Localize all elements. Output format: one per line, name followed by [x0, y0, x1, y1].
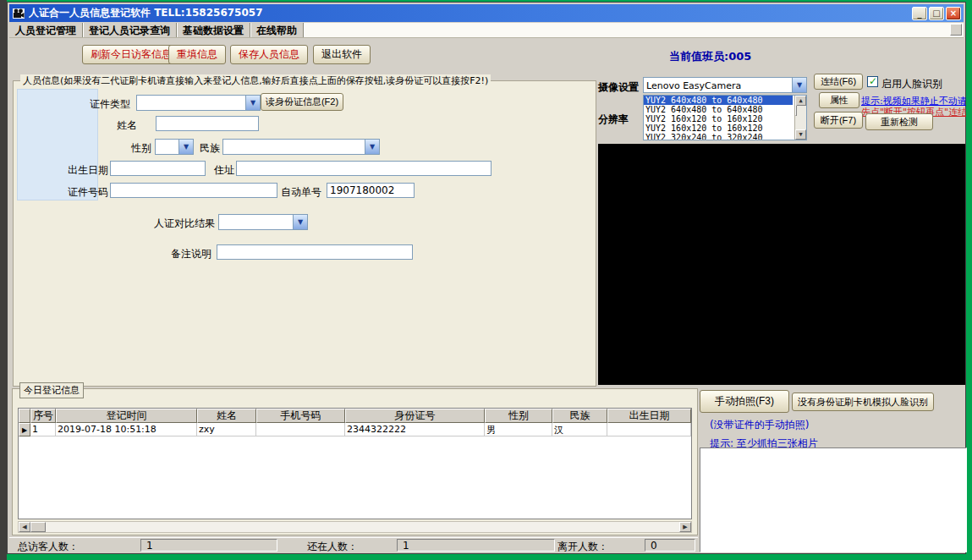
- name-input[interactable]: [156, 116, 259, 131]
- auto-number-input[interactable]: [327, 183, 415, 198]
- scrollbar-thumb[interactable]: [795, 105, 797, 116]
- redetect-button[interactable]: 重新检测: [865, 113, 933, 130]
- resolution-scrollbar[interactable]: ▲ ▼: [794, 96, 806, 140]
- manual-capture-button[interactable]: 手动拍照(F3): [700, 390, 789, 413]
- status-bar: 总访客人数： 1 还在人数： 1 离开人数： 0: [9, 537, 698, 552]
- cell-seq: 1: [30, 423, 56, 436]
- name-label: 姓名: [117, 118, 137, 133]
- cert-type-select[interactable]: [136, 95, 261, 111]
- close-button[interactable]: ×: [946, 7, 961, 20]
- camera-device-value: Lenovo EasyCamera: [646, 80, 741, 91]
- resolution-option[interactable]: YUY2 160x120 to 160x120: [644, 124, 793, 133]
- chevron-down-icon[interactable]: [365, 140, 379, 154]
- resolution-option[interactable]: YUY2 160x120 to 160x120: [644, 114, 793, 124]
- cell-idnumber: 2344322222: [345, 423, 485, 436]
- scroll-down-icon[interactable]: ▼: [795, 129, 806, 140]
- manual-capture-note: (没带证件的手动拍照): [710, 418, 809, 432]
- total-visitors-label: 总访客人数：: [18, 540, 79, 554]
- compare-result-label: 人证对比结果: [154, 217, 215, 231]
- video-camera-app-icon: [12, 8, 25, 19]
- save-person-info-button[interactable]: 保存人员信息: [230, 45, 308, 64]
- row-selector-header: [19, 409, 30, 423]
- resolution-label: 分辨率: [598, 113, 629, 127]
- total-visitors-value: 1: [140, 539, 277, 552]
- column-header-idnumber[interactable]: 身份证号: [345, 409, 485, 423]
- compare-result-select[interactable]: [218, 214, 308, 230]
- cell-birthdate: [607, 423, 691, 436]
- camera-device-select[interactable]: Lenovo EasyCamera: [643, 77, 807, 93]
- cert-number-label: 证件号码: [68, 185, 108, 200]
- menu-bar: 人员登记管理 登记人员记录查询 基础数据设置 在线帮助: [9, 23, 964, 38]
- tab-person-registration[interactable]: 人员登记管理: [9, 23, 83, 37]
- gender-select[interactable]: [155, 139, 194, 155]
- column-header-birthdate[interactable]: 出生日期: [607, 409, 691, 423]
- captured-photo-panel: [700, 447, 967, 552]
- table-header-row: 序号 登记时间 姓名 手机号码 身份证号 性别 民族 出生日期: [19, 409, 691, 423]
- camera-settings-label: 摄像设置: [598, 80, 639, 95]
- menu-items: 人员登记管理 登记人员记录查询 基础数据设置 在线帮助: [9, 23, 304, 37]
- table-horizontal-scrollbar[interactable]: ◀ ▶: [18, 521, 692, 533]
- resolution-option[interactable]: YUY2 320x240 to 320x240: [644, 133, 793, 140]
- tab-online-help[interactable]: 在线帮助: [250, 23, 304, 37]
- read-id-card-button[interactable]: 读身份证信息(F2): [261, 93, 343, 111]
- exit-software-button[interactable]: 退出软件: [313, 45, 371, 64]
- resolution-option-selected[interactable]: YUY2 640x480 to 640x480: [644, 96, 793, 105]
- remaining-visitors-label: 还在人数：: [307, 540, 358, 554]
- cell-phone: [256, 423, 345, 436]
- today-registration-group-title: 今日登记信息: [19, 382, 84, 398]
- column-header-time[interactable]: 登记时间: [56, 409, 197, 423]
- tab-record-query[interactable]: 登记人员记录查询: [83, 23, 177, 37]
- cell-ethnic: 汉: [552, 423, 607, 436]
- table-row[interactable]: ▶ 1 2019-07-18 10:51:18 zxy 2344322222 男…: [19, 423, 691, 436]
- remaining-visitors-value: 1: [397, 539, 555, 552]
- chevron-down-icon[interactable]: [178, 140, 193, 154]
- properties-button[interactable]: 属性: [819, 92, 859, 108]
- address-input[interactable]: [236, 161, 491, 176]
- connect-button[interactable]: 连结(F6): [814, 74, 863, 90]
- column-header-name[interactable]: 姓名: [197, 409, 256, 423]
- cert-number-input[interactable]: [110, 183, 277, 198]
- simulate-face-recognition-button[interactable]: 没有身份证刷卡机模拟人脸识别: [792, 393, 934, 411]
- remark-input[interactable]: [217, 244, 413, 260]
- scrollbar-thumb[interactable]: [30, 522, 46, 532]
- ethnic-select[interactable]: [222, 139, 380, 155]
- app-window: 人证合一人员信息登记软件 TELL:15825675057 _ □ × 人员登记…: [7, 2, 966, 554]
- maximize-button[interactable]: □: [929, 7, 944, 20]
- minimize-button[interactable]: _: [912, 7, 927, 20]
- resolution-listbox[interactable]: YUY2 640x480 to 640x480 YUY2 640x480 to …: [643, 95, 807, 140]
- scroll-left-icon[interactable]: ◀: [19, 522, 30, 532]
- background-window-edge: [0, 0, 7, 560]
- scroll-right-icon[interactable]: ▶: [679, 522, 691, 532]
- address-label: 住址: [214, 163, 234, 178]
- column-header-phone[interactable]: 手机号码: [256, 409, 345, 423]
- left-visitors-value: 0: [645, 539, 695, 552]
- column-header-seq[interactable]: 序号: [30, 409, 56, 423]
- title-bar[interactable]: 人证合一人员信息登记软件 TELL:15825675057 _ □ ×: [9, 4, 964, 22]
- left-visitors-label: 离开人数：: [557, 540, 608, 554]
- refresh-today-visitors-button[interactable]: 刷新今日访客信息: [82, 45, 180, 64]
- refill-info-button[interactable]: 重填信息: [168, 45, 226, 64]
- birth-date-input[interactable]: [110, 161, 206, 176]
- face-recognition-checkbox[interactable]: [867, 76, 878, 87]
- gender-label: 性别: [131, 141, 151, 156]
- cell-name: zxy: [197, 423, 256, 436]
- birth-date-label: 出生日期: [68, 163, 108, 178]
- column-header-ethnic[interactable]: 民族: [552, 409, 607, 423]
- window-title: 人证合一人员信息登记软件 TELL:15825675057: [29, 6, 910, 20]
- resolution-option[interactable]: YUY2 640x480 to 640x480: [644, 105, 793, 114]
- chevron-down-icon[interactable]: [293, 215, 307, 229]
- current-operator-label: 当前值班员:005: [669, 49, 751, 64]
- chevron-down-icon[interactable]: [792, 78, 806, 92]
- registration-table: 序号 登记时间 姓名 手机号码 身份证号 性别 民族 出生日期 ▶ 1 2019…: [18, 408, 692, 519]
- chevron-down-icon[interactable]: [245, 96, 260, 110]
- person-info-group: 人员信息(如果没有二代证刷卡机请直接输入来登记人信息,输好后直接点上面的保存按钮…: [13, 80, 596, 387]
- auto-number-label: 自动单号: [281, 185, 321, 200]
- scrollbar-track[interactable]: [46, 522, 679, 532]
- column-header-gender[interactable]: 性别: [485, 409, 552, 423]
- cell-gender: 男: [485, 423, 552, 436]
- tab-base-data-settings[interactable]: 基础数据设置: [177, 23, 250, 37]
- disconnect-button[interactable]: 断开(F7): [814, 112, 863, 129]
- person-info-group-title: 人员信息(如果没有二代证刷卡机请直接输入来登记人信息,输好后直接点上面的保存按钮…: [20, 74, 491, 87]
- today-registration-group: 今日登记信息 序号 登记时间 姓名 手机号码 身份证号 性别 民族 出生日期 ▶…: [12, 388, 698, 535]
- cert-type-label: 证件类型: [90, 97, 130, 112]
